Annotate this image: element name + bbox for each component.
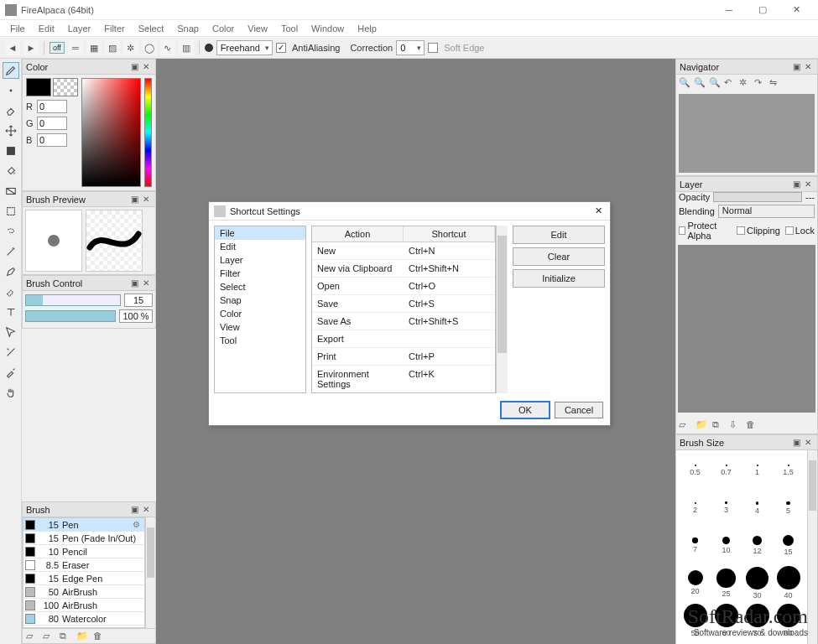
close-icon[interactable]: ✕ (140, 278, 152, 289)
menu-view[interactable]: View (241, 22, 274, 35)
clear-button[interactable]: Clear (513, 247, 605, 266)
close-icon[interactable]: ✕ (802, 61, 814, 73)
size-cell[interactable]: 70 (742, 604, 773, 637)
snap-curve-icon[interactable]: ∿ (160, 40, 175, 55)
rotate-left-icon[interactable]: ↶ (724, 77, 736, 89)
menu-window[interactable]: Window (305, 22, 351, 35)
category-item[interactable]: View (215, 320, 305, 334)
undock-icon[interactable]: ▣ (790, 179, 802, 190)
snap-grid-icon[interactable]: ▦ (86, 40, 102, 55)
menu-select[interactable]: Select (132, 22, 171, 35)
undock-icon[interactable]: ▣ (128, 194, 140, 205)
menu-file[interactable]: File (3, 22, 32, 35)
rotate-right-icon[interactable]: ↷ (754, 77, 766, 89)
category-item[interactable]: Layer (215, 253, 305, 267)
object-tool[interactable] (3, 324, 19, 340)
eyedropper-tool[interactable] (3, 364, 19, 381)
antialias-checkbox[interactable] (276, 43, 286, 53)
snap-off-button[interactable]: off (49, 42, 65, 54)
snap-vanish-icon[interactable]: ▨ (105, 40, 120, 55)
brush-row[interactable]: 50AirBrush (23, 585, 144, 599)
snap-radial-icon[interactable]: ✲ (123, 40, 138, 55)
undock-icon[interactable]: ▣ (128, 61, 140, 73)
size-cell[interactable]: 3 (711, 491, 742, 525)
brush-row[interactable]: 100AirBrush (23, 599, 144, 612)
navigator-view[interactable] (679, 94, 815, 173)
shortcut-row[interactable]: NewCtrl+N (312, 242, 495, 260)
menu-snap[interactable]: Snap (170, 22, 206, 35)
size-cell[interactable]: 12 (742, 529, 773, 563)
gear-icon[interactable]: ⚙ (133, 520, 143, 529)
gradient-tool[interactable] (3, 183, 19, 200)
menu-tool[interactable]: Tool (274, 22, 305, 35)
selecterase-tool[interactable] (3, 283, 19, 300)
size-cell[interactable]: 2 (680, 491, 711, 525)
selectpen-tool[interactable] (3, 263, 19, 280)
size-slider[interactable] (25, 294, 121, 306)
correction-select[interactable]: 0 (396, 40, 425, 55)
rotate-reset-icon[interactable]: ✲ (739, 77, 751, 89)
initialize-button[interactable]: Initialize (513, 269, 605, 288)
category-item[interactable]: Filter (215, 267, 305, 280)
size-cell[interactable]: 0.5 (680, 454, 711, 487)
size-cell[interactable]: 15 (773, 529, 804, 563)
close-button[interactable]: ✕ (779, 0, 813, 20)
size-cell[interactable]: 25 (711, 566, 742, 600)
minimize-button[interactable]: ─ (712, 0, 746, 20)
select-rect-tool[interactable] (3, 203, 19, 220)
scrollbar[interactable] (145, 517, 155, 628)
category-item[interactable]: Snap (215, 293, 305, 307)
size-cell[interactable]: 0.7 (711, 454, 742, 487)
menu-color[interactable]: Color (206, 22, 241, 35)
lasso-tool[interactable] (3, 223, 19, 240)
ok-button[interactable]: OK (501, 402, 550, 418)
table-scrollbar[interactable] (496, 226, 508, 393)
brush-row[interactable]: 15Edge Pen (23, 572, 144, 585)
menu-layer[interactable]: Layer (61, 22, 98, 35)
brush-row[interactable]: 8.5Eraser (23, 558, 144, 572)
undock-icon[interactable]: ▣ (790, 61, 802, 73)
delete-layer-icon[interactable]: 🗑 (746, 419, 758, 431)
delete-brush-icon[interactable]: 🗑 (93, 631, 105, 642)
add-brush-icon[interactable]: ▱ (26, 631, 38, 642)
folder-icon[interactable]: 📁 (76, 631, 88, 642)
eraser-tool[interactable] (3, 102, 19, 119)
shortcut-row[interactable]: PrintCtrl+P (312, 348, 495, 366)
hue-slider[interactable] (144, 78, 152, 187)
shortcut-row[interactable]: Environment SettingsCtrl+K (312, 366, 495, 392)
zoom-out-icon[interactable]: 🔍 (694, 77, 706, 89)
stroke-mode-select[interactable]: Freehand (216, 40, 273, 55)
r-input[interactable] (37, 100, 67, 113)
add-brush2-icon[interactable]: ▱ (43, 631, 55, 642)
brush-row[interactable]: 80Blur (23, 626, 144, 628)
zoom-in-icon[interactable]: 🔍 (679, 77, 690, 89)
redo-icon[interactable]: ► (23, 40, 39, 55)
snap-settings-icon[interactable]: ▥ (179, 40, 194, 55)
text-tool[interactable] (3, 304, 19, 320)
close-icon[interactable]: ✕ (140, 194, 152, 205)
size-cell[interactable]: 5 (773, 491, 804, 525)
undock-icon[interactable]: ▣ (128, 504, 140, 516)
size-cell[interactable]: 10 (711, 529, 742, 563)
zoom-fit-icon[interactable]: 🔍 (709, 77, 721, 89)
close-icon[interactable]: ✕ (140, 504, 152, 516)
b-input[interactable] (37, 133, 67, 147)
close-icon[interactable]: ✕ (802, 179, 814, 190)
undo-icon[interactable]: ◄ (5, 40, 20, 55)
shortcut-row[interactable]: Save AsCtrl+Shift+S (312, 313, 495, 330)
clipping-checkbox[interactable]: Clipping (737, 221, 780, 241)
g-input[interactable] (37, 117, 67, 130)
layer-opacity-slider[interactable] (713, 192, 802, 202)
category-item[interactable]: Color (215, 307, 305, 320)
snap-circle-icon[interactable]: ◯ (142, 40, 157, 55)
cancel-button[interactable]: Cancel (555, 402, 603, 418)
flip-icon[interactable]: ⇋ (769, 77, 781, 89)
category-item[interactable]: Select (215, 280, 305, 293)
background-swatch[interactable] (53, 78, 78, 96)
brush-row[interactable]: 15Pen (Fade In/Out) (23, 532, 144, 545)
wand-tool[interactable] (3, 243, 19, 260)
softedge-checkbox[interactable] (428, 43, 438, 53)
brush-tool[interactable] (3, 62, 19, 79)
divide-tool[interactable] (3, 344, 19, 361)
maximize-button[interactable]: ▢ (746, 0, 779, 20)
